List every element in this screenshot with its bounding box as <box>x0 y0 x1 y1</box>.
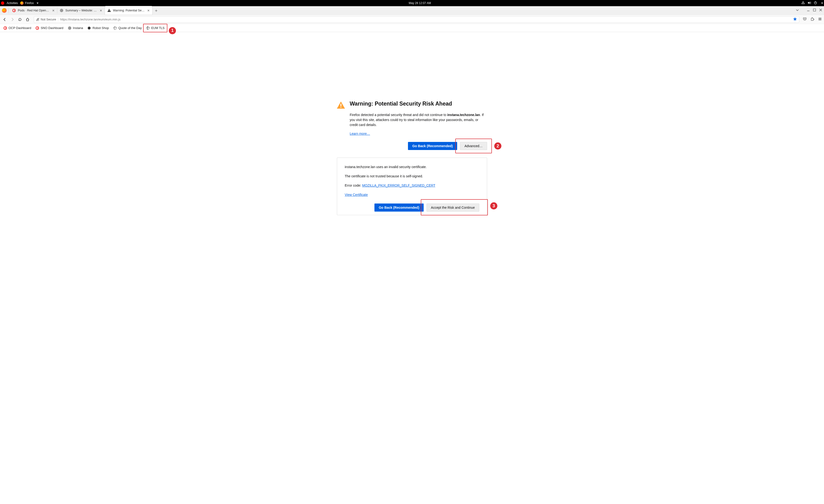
page-content: Warning: Potential Security Risk Ahead F… <box>0 32 824 504</box>
adv-line-2: The certificate is not trusted because i… <box>345 174 479 179</box>
warning-paragraph: Firefox detected a potential security th… <box>350 112 487 127</box>
firefox-home-button[interactable] <box>1 6 8 15</box>
gnome-top-bar: Activities Firefox May 28 12:07 AM <box>0 0 824 6</box>
bookmark-label: SNO Dashboard <box>41 26 63 30</box>
activities-button[interactable]: Activities <box>7 1 18 5</box>
url-text: https://instana.techzone.lan/eum/eum.min… <box>60 18 120 21</box>
redhat-icon <box>1 1 4 5</box>
instana-icon <box>68 26 72 30</box>
advanced-button[interactable]: Advanced… <box>460 142 487 150</box>
annotation-badge-3: 3 <box>490 202 497 209</box>
firefox-app-label: Firefox <box>25 1 34 5</box>
svg-rect-9 <box>340 107 341 108</box>
svg-rect-5 <box>813 9 816 11</box>
pocket-button[interactable] <box>803 17 807 22</box>
bookmark-eum-tls[interactable]: EUM TLS <box>144 25 167 31</box>
url-bar[interactable]: Not Secure https://instana.techzone.lan/… <box>34 16 799 23</box>
firefox-icon <box>20 1 23 5</box>
lock-warning-icon <box>36 18 40 21</box>
firefox-chrome: Pods · Red Hat OpenShift ✕ Summary – Web… <box>0 6 824 32</box>
volume-icon[interactable] <box>807 1 811 5</box>
learn-more-link[interactable]: Learn more… <box>350 132 370 135</box>
security-warning-page: Warning: Potential Security Risk Ahead F… <box>337 32 487 215</box>
adv-error-label: Error code: <box>345 184 362 187</box>
warning-host: instana.techzone.lan <box>447 113 480 117</box>
warning-icon <box>107 9 111 12</box>
tab-pods[interactable]: Pods · Red Hat OpenShift ✕ <box>10 6 57 15</box>
bookmarks-bar: OCP Dashboard SNO Dashboard Instana Robo… <box>0 24 824 32</box>
svg-rect-3 <box>109 11 109 12</box>
accept-risk-button[interactable]: Accept the Risk and Continue <box>426 203 479 212</box>
nav-reload-button[interactable] <box>17 17 23 22</box>
app-menu-button[interactable] <box>818 17 822 22</box>
close-icon[interactable]: ✕ <box>99 9 102 12</box>
bookmark-robot-shop[interactable]: Robot Shop <box>85 25 111 31</box>
window-maximize-button[interactable] <box>813 8 816 13</box>
bookmark-ocp-dashboard[interactable]: OCP Dashboard <box>1 25 33 31</box>
go-back-button[interactable]: Go Back (Recommended) <box>408 142 457 150</box>
system-menu-caret[interactable] <box>820 1 823 5</box>
firefox-app-menu[interactable]: Firefox <box>20 1 38 5</box>
primary-button-row: Go Back (Recommended) Advanced… <box>350 142 487 150</box>
power-icon[interactable] <box>814 1 817 5</box>
advanced-panel: instana.techzone.lan uses an invalid sec… <box>337 158 487 215</box>
instana-icon <box>60 9 64 12</box>
tabs-overflow-button[interactable] <box>796 8 799 13</box>
tab-label: Summary – Website: Robo <box>65 9 97 12</box>
svg-rect-8 <box>340 104 341 106</box>
nav-forward-button[interactable] <box>9 17 15 22</box>
divider <box>58 18 58 21</box>
error-code-link[interactable]: MOZILLA_PKIX_ERROR_SELF_SIGNED_CERT <box>362 184 435 187</box>
annotation-badge-2: 2 <box>494 142 501 149</box>
nav-home-button[interactable] <box>25 17 30 22</box>
warning-para-pre: Firefox detected a potential security th… <box>350 113 447 117</box>
tab-strip: Pods · Red Hat OpenShift ✕ Summary – Web… <box>0 6 824 15</box>
nav-back-button[interactable] <box>2 17 8 22</box>
bookmark-label: EUM TLS <box>151 26 165 30</box>
close-icon[interactable]: ✕ <box>51 9 55 12</box>
tab-summary[interactable]: Summary – Website: Robo ✕ <box>57 6 105 15</box>
bookmark-star-icon[interactable] <box>793 17 797 22</box>
warning-title: Warning: Potential Security Risk Ahead <box>350 101 452 107</box>
tab-warning[interactable]: Warning: Potential Securit ✕ <box>105 6 152 15</box>
openshift-icon <box>35 26 39 30</box>
advanced-button-row: Go Back (Recommended) Accept the Risk an… <box>345 203 479 212</box>
dot-icon <box>87 26 91 30</box>
tab-label: Warning: Potential Securit <box>113 9 145 12</box>
adv-error-code-line: Error code: MOZILLA_PKIX_ERROR_SELF_SIGN… <box>345 183 479 188</box>
rh-menu[interactable] <box>1 1 4 5</box>
globe-icon <box>146 26 150 30</box>
bookmark-label: Quote of the Day <box>118 26 142 30</box>
svg-rect-4 <box>807 11 810 11</box>
globe-icon <box>113 26 117 30</box>
warning-triangle-icon <box>337 102 345 109</box>
adv-line-1: instana.techzone.lan uses an invalid sec… <box>345 165 479 170</box>
not-secure-badge[interactable]: Not Secure <box>36 18 56 21</box>
nav-toolbar: Not Secure https://instana.techzone.lan/… <box>0 15 824 24</box>
openshift-icon <box>12 9 16 12</box>
bookmark-sno-dashboard[interactable]: SNO Dashboard <box>33 25 65 31</box>
bookmark-label: Robot Shop <box>93 26 109 30</box>
firefox-icon <box>2 8 7 13</box>
new-tab-button[interactable]: ＋ <box>152 6 160 15</box>
gnome-clock[interactable]: May 28 12:07 AM <box>38 1 801 5</box>
bookmark-instana[interactable]: Instana <box>66 25 85 31</box>
openshift-icon <box>3 26 7 30</box>
bookmark-label: Instana <box>73 26 83 30</box>
not-secure-text: Not Secure <box>41 18 56 21</box>
window-minimize-button[interactable] <box>806 8 810 13</box>
svg-rect-2 <box>109 10 109 11</box>
close-icon[interactable]: ✕ <box>147 9 150 12</box>
bookmark-label: OCP Dashboard <box>9 26 31 30</box>
network-icon[interactable] <box>801 1 805 5</box>
tab-label: Pods · Red Hat OpenShift <box>18 9 50 12</box>
bookmark-quote-of-day[interactable]: Quote of the Day <box>111 25 143 31</box>
window-close-button[interactable] <box>819 8 823 13</box>
extensions-button[interactable] <box>810 17 815 22</box>
view-certificate-link[interactable]: View Certificate <box>345 193 368 197</box>
go-back-button-2[interactable]: Go Back (Recommended) <box>375 203 423 212</box>
